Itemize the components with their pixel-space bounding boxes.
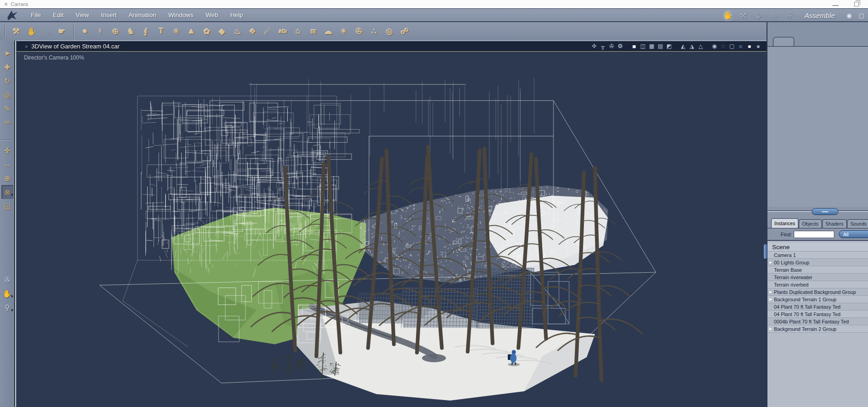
tree-row[interactable]: ▶Plants Duplicated Background Group [767, 288, 868, 296]
tree-row[interactable]: ▶0004b Plant 70 ft Tall Fantasy Ted [767, 318, 868, 325]
layout-grid-icon[interactable]: ▦ [648, 43, 655, 49]
panel-collapse-handle[interactable] [763, 244, 767, 259]
rotate-tool-icon[interactable]: ↻ [1, 74, 13, 88]
expand-arrow-icon[interactable]: ▶ [767, 327, 774, 331]
camera-trackball-icon[interactable]: ⊗ [1, 185, 13, 199]
sphere-gray-icon[interactable]: ● [755, 42, 762, 50]
pose-tool-icon[interactable]: ✣ [590, 43, 598, 49]
sphere-primitive-icon[interactable]: ● [79, 25, 91, 37]
camera-pan-icon[interactable]: ✛ [1, 144, 13, 157]
filter-all-dropdown[interactable]: All [839, 230, 868, 238]
expand-arrow-icon[interactable]: ▶ [767, 297, 774, 301]
menu-windows[interactable]: Windows [162, 12, 200, 18]
restore-button[interactable] [854, 2, 859, 6]
camera-reset-icon[interactable]: ◉ [711, 43, 718, 49]
figure-icon[interactable]: ♞ [125, 25, 137, 37]
camera-bank-icon[interactable]: ⊕ [1, 171, 13, 185]
bone-tool-icon[interactable]: ⚒ [11, 25, 23, 37]
layout-single-icon[interactable]: ■ [630, 43, 638, 50]
motion-ball-icon[interactable]: ❂ [617, 43, 624, 49]
menu-web[interactable]: Web [200, 12, 225, 18]
tab-sounds[interactable]: Sounds [847, 219, 868, 228]
light-icon[interactable]: ☀ [338, 25, 350, 37]
scene-tree-root[interactable]: Scene [767, 243, 868, 251]
fire-icon[interactable]: ♨ [232, 25, 244, 37]
hair-icon[interactable]: ☄ [262, 25, 274, 37]
menu-insert[interactable]: Insert [95, 12, 123, 18]
tray-tab[interactable] [773, 37, 794, 47]
camera-dolly-icon[interactable]: ↔ [1, 157, 13, 171]
tree-row[interactable]: ▶Background Terrain 1 Group [767, 296, 868, 303]
target-icon[interactable]: ◎ [384, 25, 396, 37]
rock-icon[interactable]: ◆ [216, 25, 228, 37]
crowd-icon[interactable]: ∴ [369, 25, 380, 37]
splitter-handle[interactable] [812, 208, 838, 215]
hand-tool-icon[interactable]: ✋ [26, 25, 38, 37]
shade-flat-icon[interactable]: △ [697, 43, 704, 49]
menu-view[interactable]: View [70, 12, 95, 18]
find-input[interactable] [794, 231, 834, 238]
rig-wire-icon[interactable]: ψ [753, 11, 765, 20]
eyedropper-tool-icon[interactable]: ✎ [1, 102, 13, 115]
camera-walk-icon[interactable]: ◱ [1, 199, 13, 213]
scale-tool-icon[interactable]: ◎ [1, 88, 13, 102]
crystal-icon[interactable]: ❖ [247, 25, 259, 37]
ocean-icon[interactable]: ≋ [308, 25, 320, 37]
tree-row[interactable]: ▶Terrain Base [767, 266, 868, 274]
cube-solid-icon[interactable]: ■ [737, 43, 744, 50]
bone-icon[interactable]: ☍ [399, 25, 411, 37]
finger-tool-icon[interactable]: ☛ [56, 25, 68, 37]
assemble-hand-icon[interactable]: ✋ [722, 11, 734, 20]
window-mode-icon[interactable]: ▢ [859, 12, 864, 19]
architecture-icon[interactable]: ⌂ [292, 25, 304, 37]
vertex-object-icon[interactable]: ♀ [95, 25, 107, 37]
tree-row[interactable]: ▶Background Terrain 2 Group [767, 325, 868, 333]
minimize-button[interactable] [832, 5, 838, 6]
tree-row[interactable]: ▶04 Plant 70 ft Tall Fantasy Ted [767, 303, 868, 311]
camera-object-icon[interactable]: ✇ [353, 25, 365, 37]
plant-icon[interactable]: ✿ [201, 25, 213, 37]
sphere-lit-icon[interactable]: ● [746, 42, 753, 50]
tree-row[interactable]: ▶Camera 1 [767, 251, 868, 259]
viewport-dot-icon[interactable]: ○ [25, 44, 28, 49]
menu-file[interactable]: File [25, 12, 47, 18]
agr-icon[interactable]: AGr [277, 25, 289, 37]
text-object-icon[interactable]: T [155, 25, 167, 37]
tab-shaders[interactable]: Shaders [822, 219, 847, 228]
shade-lit-wire-icon[interactable]: ◮ [688, 43, 696, 49]
layout-two-pane-icon[interactable]: ◫ [639, 43, 647, 49]
lasso-tool-icon[interactable]: ∿ [41, 25, 53, 37]
tab-objects[interactable]: Objects [799, 219, 822, 228]
model-wrench-icon[interactable]: ⚒ [737, 11, 749, 20]
layout-custom-icon[interactable]: ◩ [666, 43, 673, 49]
sphere-dashed-icon[interactable]: ◌ [719, 43, 727, 49]
camera-select-icon[interactable]: ✇ [608, 43, 615, 49]
expand-arrow-icon[interactable]: ▶ [767, 290, 774, 294]
expand-arrow-icon[interactable]: ▶ [767, 260, 774, 264]
tree-row[interactable]: ▶Terrain riverwater [767, 274, 868, 281]
tree-row[interactable]: ▶04 Plant 70 ft Tall Fantasy Ted [767, 311, 868, 318]
texture-brush-icon[interactable]: ✎ [768, 11, 780, 20]
menu-animation[interactable]: Animation [123, 12, 162, 18]
menu-help[interactable]: Help [224, 12, 249, 18]
hierarchy-icon[interactable]: ╥ [599, 43, 606, 49]
select-tool-icon[interactable]: ➤ [1, 46, 13, 60]
eye-icon[interactable]: ◉ [846, 12, 851, 19]
scene-canvas[interactable] [17, 52, 767, 407]
shade-wire-icon[interactable]: ◭ [679, 43, 687, 49]
cloud-icon[interactable]: ☁ [323, 25, 335, 37]
zoom-tool-icon[interactable]: ⚲ [1, 300, 13, 314]
spline-object-icon[interactable]: ∮ [140, 25, 152, 37]
terrain-icon[interactable]: ▲ [186, 25, 198, 37]
tree-row[interactable]: ▶00 Lights Group [767, 259, 868, 266]
layout-rows-icon[interactable]: ▤ [657, 43, 664, 49]
snapshot-camera-icon[interactable]: ✇ [1, 273, 13, 287]
tab-instances[interactable]: Instances [771, 218, 798, 228]
menu-edit[interactable]: Edit [47, 12, 70, 18]
tree-row[interactable]: ▶Terrain riverbed [767, 281, 868, 288]
move-tool-icon[interactable]: ✚ [1, 60, 13, 74]
link-tool-icon[interactable]: ∞ [1, 115, 13, 129]
particle-emitter-icon[interactable]: ✳ [171, 25, 183, 37]
render-film-icon[interactable]: ✇ [783, 11, 795, 20]
pan-hand-icon[interactable]: ✋ [1, 287, 13, 300]
